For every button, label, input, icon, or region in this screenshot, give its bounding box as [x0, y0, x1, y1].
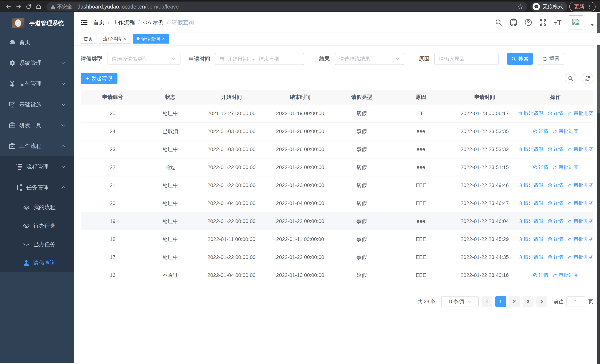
cell-actions: 取消请假详情审批进度 [517, 200, 593, 206]
cancel-leave-link[interactable]: 取消请假 [518, 200, 543, 206]
progress-link[interactable]: 审批进度 [568, 254, 593, 260]
cell-start: 2022-01-03 00:00:00 [196, 146, 267, 152]
sidebar-item-system-mgmt[interactable]: 系统管理 [0, 53, 74, 73]
scrollbar-thumb[interactable] [597, 13, 600, 113]
not-secure-label: 不安全 [57, 3, 72, 10]
action-label: 审批进度 [573, 218, 593, 224]
search-button[interactable]: 搜索 [507, 53, 533, 65]
github-icon[interactable] [510, 19, 517, 26]
browser-address-bar[interactable]: 不安全 dashboard.yudao.iocoder.cn/bpm/oa/le… [46, 2, 527, 11]
browser-reload-button[interactable] [24, 3, 33, 11]
detail-link[interactable]: 详情 [548, 182, 563, 188]
apply-time-range-picker[interactable]: 开始日期 - 结束日期 [215, 53, 304, 65]
sidebar-item-home[interactable]: 首页 [0, 32, 74, 53]
leave-type-select[interactable]: 请选择请假类型 [107, 53, 180, 65]
browser-home-button[interactable] [35, 3, 43, 11]
detail-link[interactable]: 详情 [548, 236, 563, 243]
breadcrumb-item[interactable]: 首页 [94, 19, 104, 26]
page-size-select[interactable]: 10条/页 [441, 296, 479, 307]
progress-link[interactable]: 审批进度 [568, 236, 593, 243]
detail-link[interactable]: 详情 [548, 146, 563, 152]
pen-icon [553, 129, 558, 134]
sidebar-collapse-icon[interactable] [80, 18, 89, 27]
cancel-leave-link[interactable]: 取消请假 [518, 218, 543, 224]
sidebar-item-my-process[interactable]: 我的流程 [0, 198, 74, 216]
cancel-leave-link[interactable]: 取消请假 [518, 182, 543, 188]
progress-link[interactable]: 审批进度 [568, 182, 593, 188]
progress-link[interactable]: 审批进度 [553, 272, 578, 278]
incognito-label: 无痕模式 [543, 3, 563, 10]
browser-scrollbar[interactable] [597, 13, 600, 364]
sidebar-item-leave-query[interactable]: 请假查询 [0, 253, 74, 272]
bookmark-star-icon[interactable] [517, 4, 523, 10]
app-logo-row[interactable]: 芋道管理系统 [0, 12, 74, 31]
action-label: 详情 [553, 110, 563, 117]
result-select[interactable]: 请选择流结果 [335, 53, 404, 65]
detail-link[interactable]: 详情 [548, 218, 563, 224]
sidebar-item-dev-tools[interactable]: 研发工具 [0, 115, 74, 136]
avatar[interactable] [569, 15, 583, 29]
goto-page-input[interactable] [566, 296, 585, 307]
page-button-1[interactable]: 1 [495, 296, 506, 307]
close-icon[interactable]: × [162, 37, 165, 41]
reset-button[interactable]: 重置 [538, 53, 564, 65]
kebab-menu-icon[interactable] [587, 4, 592, 9]
refresh-table-button[interactable] [582, 73, 593, 84]
not-secure-indicator[interactable]: 不安全 [50, 3, 72, 10]
reason-input[interactable]: 请输入原因 [434, 53, 499, 65]
sidebar-item-process-mgmt[interactable]: 流程管理 [0, 156, 74, 177]
cell-type: 事假 [334, 254, 390, 261]
sidebar-item-workflow[interactable]: 工作流程 [0, 136, 74, 156]
progress-link[interactable]: 审批进度 [568, 218, 593, 224]
detail-link[interactable]: 详情 [533, 272, 548, 278]
detail-link[interactable]: 详情 [548, 110, 563, 117]
search-icon[interactable] [495, 19, 503, 26]
detail-link[interactable]: 详情 [533, 128, 548, 135]
action-label: 取消请假 [524, 146, 543, 152]
column-header: 申请时间 [452, 93, 517, 101]
detail-link[interactable]: 详情 [548, 254, 563, 260]
progress-link[interactable]: 审批进度 [568, 200, 593, 206]
sidebar-item-todo-tasks[interactable]: 待办任务 [0, 216, 74, 235]
browser-forward-button[interactable] [14, 3, 23, 11]
breadcrumb-item[interactable]: OA 示例 [143, 19, 164, 26]
cell-reason: EE [390, 111, 452, 116]
sidebar-item-done-tasks[interactable]: 已办任务 [0, 235, 74, 253]
create-leave-button[interactable]: + 发起请假 [81, 73, 117, 84]
detail-link[interactable]: 详情 [533, 164, 548, 170]
cell-reason: EEE [390, 182, 452, 188]
page-button-3[interactable]: 3 [523, 296, 534, 307]
sidebar-item-task-mgmt[interactable]: 任务管理 [0, 177, 74, 198]
cell-end: 2022-01-22 00:00:00 [267, 254, 334, 260]
help-icon[interactable] [525, 19, 532, 26]
browser-update-button[interactable]: 更新 [569, 2, 596, 11]
chevron-down-icon[interactable] [590, 23, 594, 27]
calendar-icon [219, 56, 224, 61]
browser-back-button[interactable] [4, 3, 13, 11]
prev-page-button[interactable] [482, 296, 492, 307]
cancel-leave-link[interactable]: 取消请假 [518, 254, 543, 260]
cancel-leave-link[interactable]: 取消请假 [518, 146, 543, 152]
action-label: 详情 [553, 146, 563, 152]
cancel-leave-link[interactable]: 取消请假 [518, 236, 543, 243]
cell-type: 事假 [334, 146, 390, 153]
sidebar-item-payment-mgmt[interactable]: 支付管理 [0, 73, 74, 94]
tab-home[interactable]: 首页 [80, 34, 97, 44]
tab-leave-query[interactable]: 请假查询× [133, 34, 169, 44]
progress-link[interactable]: 审批进度 [553, 164, 578, 170]
fullscreen-icon[interactable] [539, 19, 547, 26]
next-page-button[interactable] [536, 296, 547, 307]
toggle-search-button[interactable] [565, 73, 576, 84]
detail-link[interactable]: 详情 [548, 200, 563, 206]
sidebar-item-infrastructure[interactable]: 基础设施 [0, 94, 74, 115]
progress-link[interactable]: 审批进度 [568, 146, 593, 152]
cancel-leave-link[interactable]: 取消请假 [518, 110, 543, 117]
tab-process-detail[interactable]: 流程详情× [99, 34, 131, 44]
font-size-icon[interactable] [554, 19, 562, 26]
breadcrumb-item[interactable]: 工作流程 [113, 19, 135, 26]
progress-link[interactable]: 审批进度 [553, 128, 578, 135]
progress-link[interactable]: 审批进度 [568, 110, 593, 117]
page-button-2[interactable]: 2 [509, 296, 520, 307]
url-text: dashboard.yudao.iocoder.cn/bpm/oa/leave [77, 4, 515, 10]
close-icon[interactable]: × [123, 37, 127, 41]
